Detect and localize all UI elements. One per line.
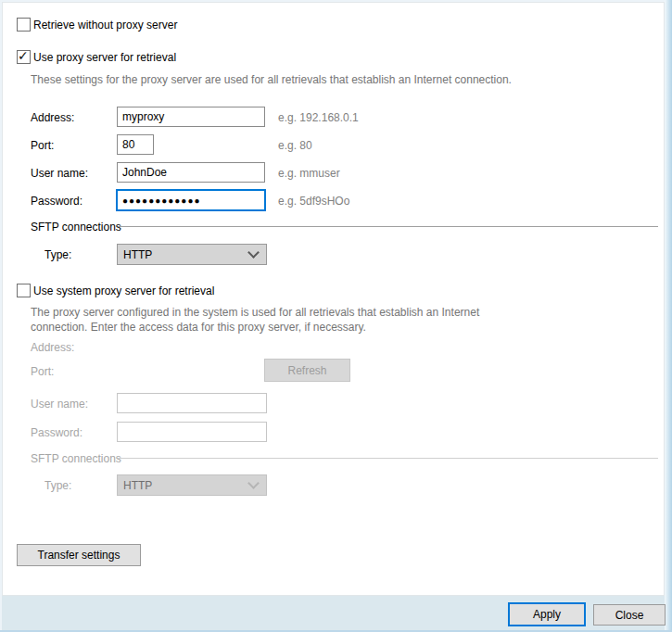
password-label: Password: xyxy=(31,195,82,208)
system-type-dropdown: HTTP xyxy=(117,474,267,496)
type-label: Type: xyxy=(44,248,71,261)
address-input[interactable] xyxy=(117,107,265,127)
window-edge-left xyxy=(0,0,2,632)
use-proxy-label[interactable]: Use proxy server for retrieval xyxy=(33,51,176,64)
system-address-label: Address: xyxy=(31,341,74,354)
system-sftp-group-label: SFTP connections xyxy=(31,452,121,465)
system-type-label: Type: xyxy=(44,479,71,492)
address-label: Address: xyxy=(31,111,74,124)
chevron-down-icon xyxy=(247,477,260,489)
use-system-proxy-checkbox[interactable] xyxy=(17,284,31,297)
system-type-dropdown-value: HTTP xyxy=(123,479,152,492)
port-hint: e.g. 80 xyxy=(278,139,312,152)
use-proxy-checkbox[interactable]: ✓ xyxy=(17,50,31,64)
system-proxy-description-line2: connection. Enter the access data for th… xyxy=(31,321,366,334)
system-password-input xyxy=(117,422,267,442)
refresh-button[interactable]: Refresh xyxy=(264,359,350,382)
sftp-group-divider xyxy=(118,226,658,227)
window-edge-right xyxy=(665,0,672,632)
check-icon: ✓ xyxy=(18,48,29,63)
port-label: Port: xyxy=(31,139,54,152)
username-label: User name: xyxy=(31,167,88,180)
system-port-label: Port: xyxy=(31,365,54,378)
chevron-down-icon xyxy=(247,246,260,259)
apply-button[interactable]: Apply xyxy=(508,602,586,626)
settings-panel xyxy=(2,2,665,596)
port-input[interactable] xyxy=(117,134,154,155)
sftp-group-label: SFTP connections xyxy=(31,221,121,234)
system-password-label: Password: xyxy=(31,426,82,439)
close-button[interactable]: Close xyxy=(593,604,666,626)
username-input[interactable] xyxy=(117,162,265,183)
transfer-settings-button[interactable]: Transfer settings xyxy=(17,544,141,566)
password-hint: e.g. 5df9sHOo xyxy=(278,195,349,208)
address-hint: e.g. 192.168.0.1 xyxy=(278,111,359,124)
window-edge-top xyxy=(0,0,672,2)
type-dropdown-value: HTTP xyxy=(123,248,152,261)
type-dropdown[interactable]: HTTP xyxy=(117,244,267,265)
retrieve-without-proxy-checkbox[interactable] xyxy=(17,18,31,32)
system-sftp-group-divider xyxy=(118,458,658,459)
system-proxy-description-line1: The proxy server configured in the syste… xyxy=(31,306,479,319)
system-username-input xyxy=(117,393,267,413)
username-hint: e.g. mmuser xyxy=(278,167,340,180)
use-system-proxy-label[interactable]: Use system proxy server for retrieval xyxy=(33,284,214,297)
password-input[interactable] xyxy=(116,189,266,211)
use-proxy-description: These settings for the proxy server are … xyxy=(31,73,512,86)
system-username-label: User name: xyxy=(31,398,88,411)
retrieve-without-proxy-label[interactable]: Retrieve without proxy server xyxy=(33,19,177,32)
proxy-settings-dialog: Retrieve without proxy server ✓ Use prox… xyxy=(0,0,672,632)
